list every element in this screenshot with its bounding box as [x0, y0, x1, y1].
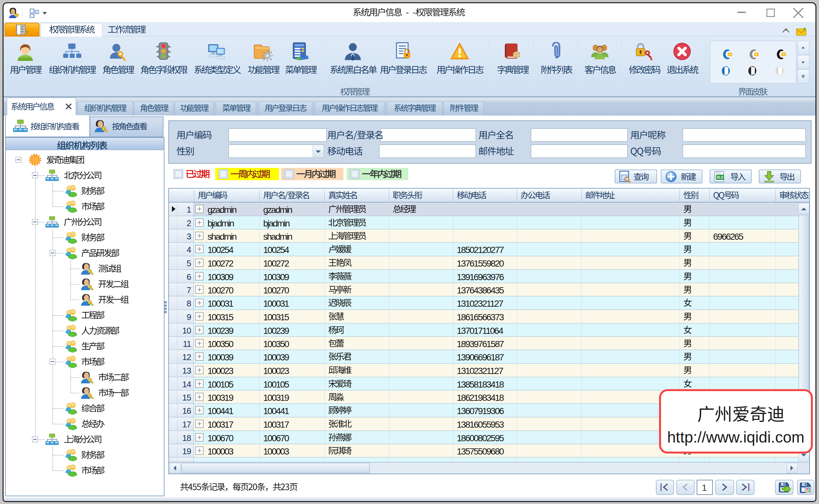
- svg-text:XLS: XLS: [717, 175, 724, 179]
